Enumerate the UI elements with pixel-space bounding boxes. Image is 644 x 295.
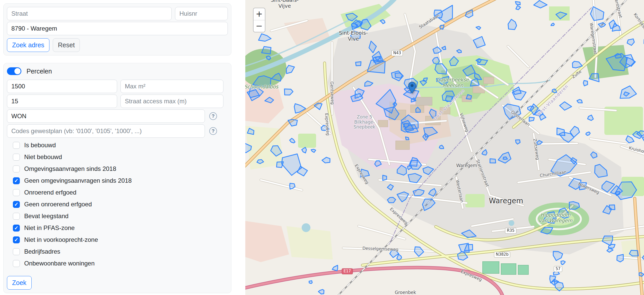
filter-card: Percelen ? ? Is bebouwdNiet bebouwdOmgev… (3, 63, 231, 293)
map-canvas[interactable]: Sint-Baafs- VijveSint-Eloois- ViveGaverb… (245, 0, 644, 295)
parcel-polygon[interactable] (446, 96, 452, 102)
help-icon[interactable]: ? (209, 112, 217, 120)
parcel-polygon[interactable] (503, 157, 508, 160)
filter-checkbox-row[interactable]: Niet bebouwd (7, 153, 228, 161)
filter-checkbox-row[interactable]: Bedrijfsadres (7, 248, 228, 255)
filter-checkbox-row[interactable]: Is bebouwd (7, 141, 228, 149)
parcel-polygon[interactable] (383, 175, 387, 180)
checkbox-label: Niet in PFAS-zone (24, 224, 75, 232)
municipality-input[interactable] (7, 22, 228, 35)
parcel-polygon[interactable] (440, 25, 444, 29)
zoom-out-button[interactable]: − (254, 20, 265, 32)
toggle-knob (14, 68, 21, 74)
checkbox[interactable] (13, 165, 20, 172)
checkbox-label: Is bebouwd (24, 142, 56, 149)
zoek-adres-button[interactable]: Zoek adres (7, 38, 49, 52)
sidebar: Zoek adres Reset Percelen ? ? Is bebouwd… (0, 0, 245, 295)
parcel-polygon[interactable] (515, 2, 520, 5)
checkbox-label: Geen omgevingsaanvragen sinds 2018 (24, 177, 132, 184)
checkbox[interactable] (13, 189, 20, 196)
percelen-label: Percelen (27, 68, 52, 75)
street-input[interactable] (7, 7, 172, 20)
checkbox-label: Bevat leegstand (24, 213, 68, 220)
filter-checkbox-row[interactable]: Geen omgevingsaanvragen sinds 2018 (7, 177, 228, 185)
parcel-polygon[interactable] (629, 250, 638, 256)
checkbox[interactable] (13, 225, 20, 232)
checkbox-label: Geen onroerend erfgoed (24, 201, 92, 208)
bestemming-input[interactable] (7, 109, 205, 123)
street-access-max-input[interactable] (120, 95, 223, 108)
parcel-polygon[interactable] (617, 254, 623, 262)
percelen-toggle[interactable] (7, 67, 21, 75)
filter-checkbox-list: Is bebouwdNiet bebouwdOmgevingsaanvragen… (7, 141, 228, 267)
area-max-input[interactable] (120, 80, 223, 93)
parcel-polygon[interactable] (309, 281, 312, 283)
zoek-button[interactable]: Zoek (7, 276, 32, 290)
zoom-control: + − (253, 8, 265, 32)
checkbox[interactable] (13, 154, 20, 161)
parcel-polygon[interactable] (356, 62, 361, 66)
area-min-input[interactable] (7, 80, 117, 93)
gewestplan-codes-input[interactable] (7, 124, 205, 138)
filter-checkbox-row[interactable]: Niet in voorkooprecht-zone (7, 236, 228, 244)
parcel-polygon[interactable] (577, 99, 582, 103)
parcel-polygon[interactable] (529, 117, 534, 121)
checkbox[interactable] (13, 236, 20, 243)
checkbox-label: Omgevingsaanvragen sinds 2018 (24, 165, 116, 172)
street-access-min-input[interactable] (7, 95, 117, 108)
checkbox[interactable] (13, 177, 20, 184)
parcel-polygon[interactable] (583, 80, 588, 86)
checkbox-label: Niet in voorkooprecht-zone (24, 236, 98, 243)
parcel-polygon[interactable] (569, 202, 580, 209)
parcel-polygon[interactable] (406, 137, 409, 140)
map-marker[interactable] (408, 82, 416, 94)
checkbox[interactable] (13, 201, 20, 208)
checkbox-label: Niet bebouwd (24, 153, 62, 161)
parcel-polygon[interactable] (490, 159, 496, 163)
checkbox-label: Onroerend erfgoed (24, 189, 76, 196)
address-search-card: Zoek adres Reset (3, 3, 231, 56)
map-basemap (245, 0, 644, 295)
checkbox-label: Onbewoonbare woningen (24, 260, 95, 267)
housenumber-input[interactable] (175, 7, 228, 20)
help-icon[interactable]: ? (209, 127, 217, 135)
filter-checkbox-row[interactable]: Onbewoonbare woningen (7, 260, 228, 267)
filter-checkbox-row[interactable]: Bevat leegstand (7, 212, 228, 220)
filter-checkbox-row[interactable]: Omgevingsaanvragen sinds 2018 (7, 165, 228, 173)
zoom-in-button[interactable]: + (254, 8, 265, 20)
parcel-polygon[interactable] (552, 89, 556, 93)
checkbox[interactable] (13, 248, 20, 255)
checkbox[interactable] (13, 213, 20, 220)
checkbox-label: Bedrijfsadres (24, 248, 60, 255)
filter-checkbox-row[interactable]: Geen onroerend erfgoed (7, 200, 228, 208)
checkbox[interactable] (13, 260, 20, 267)
filter-checkbox-row[interactable]: Onroerend erfgoed (7, 189, 228, 196)
checkbox[interactable] (13, 142, 20, 149)
filter-checkbox-row[interactable]: Niet in PFAS-zone (7, 224, 228, 232)
parcel-polygon[interactable] (434, 10, 442, 18)
reset-button[interactable]: Reset (53, 38, 80, 52)
